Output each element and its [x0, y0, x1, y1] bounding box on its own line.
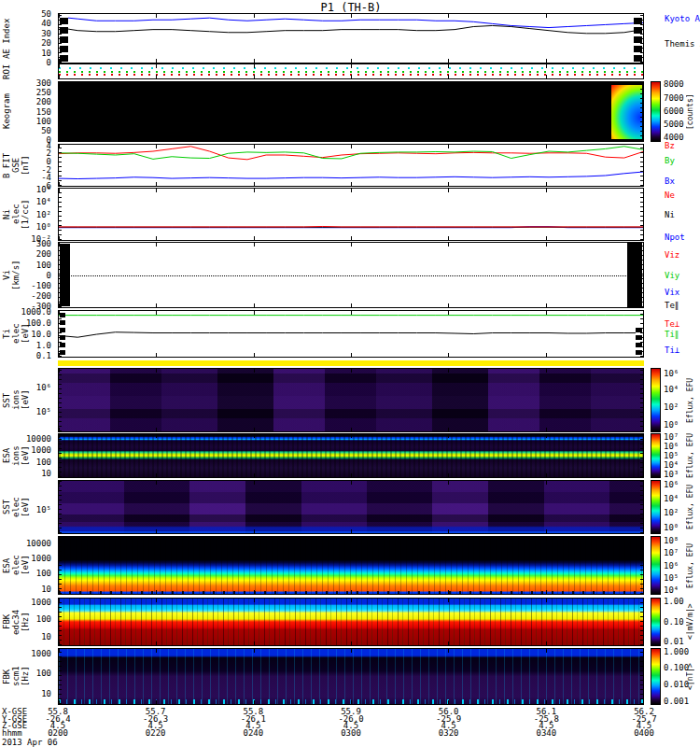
- keogram-plot: [58, 81, 644, 142]
- x-tick-mark: [59, 481, 60, 485]
- x-tick-mark: [546, 182, 547, 186]
- x-tick-mark: [643, 353, 644, 357]
- fbk-scm-spectrogram: [58, 648, 644, 705]
- x-tick-mark: [59, 82, 60, 86]
- x-tick-mark: [448, 473, 449, 477]
- x-tick-mark: [59, 649, 60, 653]
- bfit-yticks: 420-2-4-6: [0, 144, 54, 187]
- x-tick-mark: [59, 137, 60, 141]
- x-tick-mark: [448, 82, 449, 86]
- x-tick-mark: [254, 428, 255, 431]
- tick-label: 1000: [31, 649, 51, 658]
- x-tick-mark: [546, 529, 547, 533]
- x-tick-mark: [59, 243, 60, 247]
- x-tick-mark: [156, 59, 157, 63]
- legend-label: Viy: [665, 271, 679, 280]
- panel-ae-index: AE Index 50403020100 Kyoto AEThemis AE: [0, 13, 700, 63]
- legend-label: Viz: [665, 250, 679, 260]
- axis-value: 0320: [439, 728, 459, 738]
- fbk-edc-yticks: 100010010: [0, 598, 54, 646]
- x-tick-mark: [156, 182, 157, 186]
- x-tick-mark: [643, 641, 644, 645]
- x-tick-mark: [351, 641, 352, 645]
- x-tick-mark: [643, 59, 644, 63]
- tick-label: 10: [41, 632, 51, 641]
- tick-label: 10⁵: [664, 573, 679, 583]
- x-tick-mark: [254, 599, 255, 602]
- axis-row-label: hhmm: [2, 728, 22, 738]
- x-tick-mark: [254, 473, 255, 477]
- tick-label: 30: [41, 29, 51, 38]
- sst-ions-yticks: 10⁶10⁵: [0, 368, 54, 432]
- x-tick-mark: [59, 145, 60, 148]
- x-tick-mark: [643, 182, 644, 186]
- tick-label: 200: [36, 249, 51, 259]
- legend-label: Bz: [665, 141, 675, 150]
- tick-label: 1000.0: [21, 307, 51, 317]
- esa-elec-colorbar-unit: Eflux, EFU: [686, 536, 694, 595]
- x-tick-mark: [254, 590, 255, 594]
- x-tick-mark: [254, 64, 255, 68]
- axis-value: 0240: [243, 728, 263, 738]
- x-tick-mark: [448, 189, 449, 192]
- x-tick-mark: [448, 700, 449, 704]
- tick-label: 100: [36, 669, 51, 678]
- x-tick-mark: [546, 236, 547, 240]
- tick-label: 150: [36, 107, 51, 117]
- x-tick-mark: [254, 529, 255, 533]
- temperature-yticks: 1000.0100.010.01.00.1: [0, 310, 54, 358]
- velocity-yticks: 3002001000-100-200-300: [0, 242, 54, 308]
- x-tick-mark: [351, 14, 352, 18]
- tick-label: 100: [36, 458, 51, 467]
- panel-roi: ROI: [0, 63, 700, 79]
- x-tick-mark: [643, 481, 644, 485]
- tick-label: 10⁵: [36, 407, 51, 416]
- x-tick-mark: [156, 311, 157, 315]
- x-tick-mark: [59, 189, 60, 192]
- axis-value: 0220: [146, 728, 166, 738]
- esa-ions-spectrogram: [58, 433, 644, 478]
- tick-label: 1000: [31, 598, 51, 607]
- x-tick-mark: [448, 537, 449, 541]
- x-tick-mark: [59, 311, 60, 315]
- x-tick-mark: [546, 311, 547, 315]
- x-tick-mark: [351, 59, 352, 63]
- x-tick-mark: [156, 434, 157, 438]
- x-tick-mark: [643, 145, 644, 148]
- x-tick-mark: [546, 700, 547, 704]
- date-label: 2013 Apr 06: [2, 738, 58, 747]
- sst-ions-colorbar-unit: Eflux, EFU: [686, 368, 694, 432]
- x-tick-mark: [448, 590, 449, 594]
- x-tick-mark: [546, 537, 547, 541]
- x-tick-mark: [59, 599, 60, 602]
- x-tick-mark: [643, 303, 644, 307]
- x-tick-mark: [156, 145, 157, 148]
- x-tick-mark: [59, 428, 60, 431]
- legend-label: Ti∥: [665, 330, 679, 339]
- legend-label: Themis AE: [665, 39, 700, 49]
- axis-value: 0340: [536, 728, 556, 738]
- tick-label: 10⁶: [664, 369, 679, 378]
- panel-sst-ions: SST ions [eV] 10⁶10⁵: [0, 368, 700, 432]
- legend-label: Bx: [665, 176, 675, 186]
- x-tick-mark: [59, 529, 60, 533]
- tick-label: 10: [41, 689, 51, 698]
- tick-label: 10⁰: [664, 523, 679, 532]
- x-tick-mark: [643, 428, 644, 431]
- fbk-edc-spectrogram: [58, 598, 644, 646]
- sst-ions-colorbar-gradient: [651, 368, 661, 432]
- x-tick-mark: [643, 590, 644, 594]
- tick-label: 7000: [664, 93, 684, 103]
- tick-label: 10⁶: [664, 480, 679, 489]
- x-tick-mark: [156, 481, 157, 485]
- sst-ions-spectrogram: [58, 368, 644, 432]
- tick-label: 250: [36, 88, 51, 97]
- colorbar-sst-ions: 10⁶10⁴10²10⁰ Eflux, EFU: [649, 368, 700, 432]
- tick-label: 0: [47, 271, 51, 280]
- x-tick-mark: [156, 529, 157, 533]
- tick-label: -100: [31, 281, 51, 290]
- x-tick-mark: [351, 303, 352, 307]
- themis-overview-figure: P1 (TH-B) AE Index 50403020100 Kyoto AET…: [0, 0, 700, 747]
- panel-esa-elec: ESA elec [eV] 10000100010010: [0, 536, 700, 595]
- x-tick-mark: [351, 137, 352, 141]
